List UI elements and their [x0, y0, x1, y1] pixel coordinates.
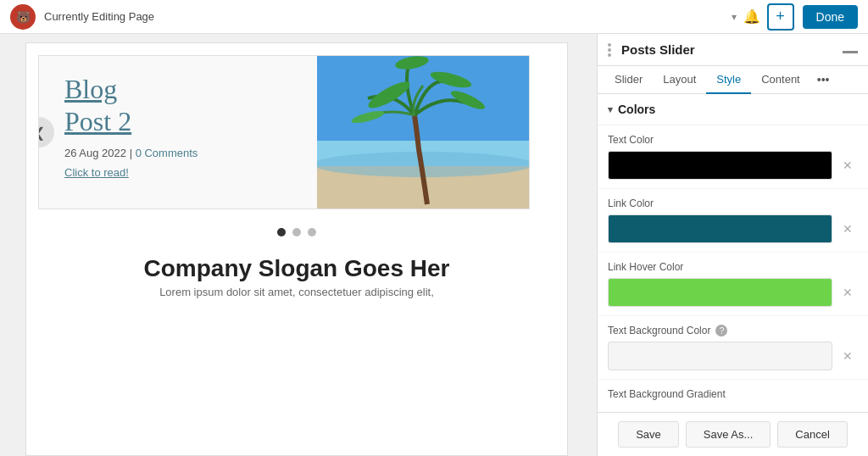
- tab-slider[interactable]: Slider: [604, 66, 653, 94]
- site-logo: 🐻: [10, 4, 36, 30]
- slider-dots: [26, 218, 567, 247]
- main-content: ❮ BlogPost 2 26 Aug 2022 | 0 Comments Cl…: [0, 34, 868, 456]
- link-color-row: Link Color ✕: [598, 189, 868, 253]
- blog-card: ❮ BlogPost 2 26 Aug 2022 | 0 Comments Cl…: [38, 55, 530, 209]
- blog-image-svg: [317, 56, 529, 209]
- link-hover-color-input-row: ✕: [608, 278, 858, 307]
- blog-post-meta: 26 Aug 2022 | 0 Comments: [64, 147, 292, 159]
- text-color-row: Text Color ✕: [598, 125, 868, 189]
- add-button[interactable]: +: [767, 3, 794, 31]
- colors-section-header[interactable]: ▾ Colors: [598, 94, 868, 125]
- panel-tabs: Slider Layout Style Content •••: [598, 66, 868, 94]
- tab-content[interactable]: Content: [751, 66, 810, 94]
- save-button[interactable]: Save: [618, 421, 679, 448]
- tab-style[interactable]: Style: [706, 66, 751, 94]
- link-hover-color-clear-button[interactable]: ✕: [837, 282, 858, 303]
- text-bg-gradient-label: Text Background Gradient: [608, 388, 858, 400]
- save-as-button[interactable]: Save As...: [686, 421, 771, 448]
- tab-more-button[interactable]: •••: [810, 66, 837, 93]
- blog-post-title: BlogPost 2: [64, 73, 292, 138]
- panel-minimize-button[interactable]: [843, 51, 858, 53]
- link-color-label: Link Color: [608, 197, 858, 209]
- cancel-button[interactable]: Cancel: [777, 421, 847, 448]
- top-bar-actions: + Done: [767, 3, 858, 31]
- blog-card-text: BlogPost 2 26 Aug 2022 | 0 Comments Clic…: [39, 56, 317, 209]
- settings-panel: Posts Slider Slider Layout Style Content…: [597, 34, 868, 456]
- read-more-link[interactable]: Click to read!: [64, 166, 292, 179]
- link-hover-color-row: Link Hover Color ✕: [598, 253, 868, 316]
- panel-footer: Save Save As... Cancel: [598, 412, 868, 456]
- done-button[interactable]: Done: [803, 5, 858, 29]
- section-label: Colors: [618, 103, 655, 116]
- link-color-input-row: ✕: [608, 214, 858, 243]
- link-color-clear-button[interactable]: ✕: [837, 219, 858, 239]
- top-bar: 🐻 Currently Editing Page ▾ 🔔 + Done: [0, 0, 868, 34]
- blog-card-image: [317, 56, 529, 209]
- link-hover-color-label: Link Hover Color: [608, 261, 858, 273]
- dot-3[interactable]: [308, 228, 316, 236]
- company-slogan: Company Slogan Goes Her: [26, 247, 567, 286]
- section-chevron-icon: ▾: [608, 104, 613, 115]
- text-color-clear-button[interactable]: ✕: [837, 155, 858, 175]
- text-bg-color-input-row: ✕: [608, 342, 858, 370]
- link-color-swatch[interactable]: [608, 214, 832, 243]
- dot-2[interactable]: [292, 228, 301, 236]
- page-title: Currently Editing Page: [44, 10, 732, 23]
- text-bg-color-row: Text Background Color ? ✕: [598, 316, 868, 380]
- text-bg-gradient-row: Text Background Gradient: [598, 380, 868, 412]
- text-bg-color-swatch[interactable]: [608, 342, 832, 370]
- panel-body: ▾ Colors Text Color ✕ Link Color: [598, 94, 868, 412]
- text-bg-help-icon[interactable]: ?: [715, 325, 727, 336]
- text-color-label: Text Color: [608, 134, 858, 146]
- notifications-bell-icon[interactable]: 🔔: [743, 8, 760, 25]
- dot-1[interactable]: [277, 228, 286, 236]
- title-chevron-icon[interactable]: ▾: [732, 11, 737, 23]
- text-color-swatch[interactable]: [608, 151, 832, 180]
- text-color-input-row: ✕: [608, 151, 858, 180]
- text-bg-color-clear-button[interactable]: ✕: [837, 346, 858, 366]
- tab-layout[interactable]: Layout: [653, 66, 706, 94]
- panel-header: Posts Slider: [598, 34, 868, 66]
- link-hover-color-swatch[interactable]: [608, 278, 832, 307]
- comments-link[interactable]: 0 Comments: [136, 147, 198, 159]
- panel-title: Posts Slider: [621, 42, 836, 57]
- text-bg-color-label: Text Background Color ?: [608, 325, 858, 336]
- company-desc: Lorem ipsum dolor sit amet, consectetuer…: [26, 286, 567, 298]
- panel-drag-handle[interactable]: [608, 43, 611, 57]
- blog-preview: ❮ BlogPost 2 26 Aug 2022 | 0 Comments Cl…: [25, 42, 568, 456]
